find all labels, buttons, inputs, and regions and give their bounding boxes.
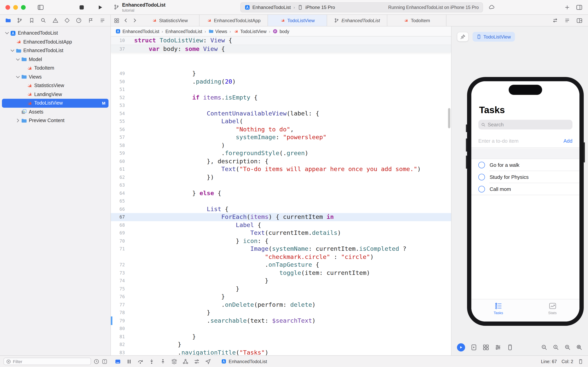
cloud-status-icon[interactable] bbox=[488, 4, 495, 10]
step-out-icon[interactable] bbox=[160, 358, 166, 365]
preview-search-field[interactable]: Search bbox=[478, 120, 572, 129]
todo-row[interactable]: Go for a walk bbox=[471, 159, 580, 171]
recent-files-icon[interactable] bbox=[94, 359, 99, 364]
close-window-button[interactable] bbox=[5, 5, 10, 9]
sidebar-item-model[interactable]: Model bbox=[2, 55, 109, 64]
navigator-tab-tests-icon[interactable] bbox=[64, 17, 70, 23]
navigator-tab-reports-icon[interactable] bbox=[100, 17, 105, 23]
preview-tab-tasks[interactable]: Tasks bbox=[471, 299, 525, 322]
run-destination[interactable]: iPhone 15 Pro bbox=[305, 4, 335, 10]
todo-row[interactable]: Call mom bbox=[471, 183, 580, 195]
memory-graph-icon[interactable] bbox=[182, 358, 189, 365]
add-editor-icon[interactable] bbox=[576, 17, 583, 24]
tab-enhancedtodolist[interactable]: EnhancedTodoList bbox=[327, 15, 387, 26]
breadcrumb-enhancedtodolist[interactable]: EnhancedTodoList bbox=[116, 29, 159, 34]
breadcrumb-body[interactable]: P body bbox=[273, 29, 289, 34]
tab-enhancedtodolistapp[interactable]: EnhancedTodoListApp bbox=[200, 15, 268, 26]
go-back-icon[interactable] bbox=[123, 18, 128, 23]
sidebar-item-todoitem[interactable]: TodoItem bbox=[2, 64, 109, 73]
sidebar-item-preview-content[interactable]: Preview Content bbox=[2, 116, 109, 125]
related-items-icon[interactable] bbox=[483, 344, 489, 350]
device-indicator-icon[interactable] bbox=[578, 359, 583, 364]
editor-scrollbar[interactable] bbox=[448, 108, 450, 128]
navigator-tab-debug-icon[interactable] bbox=[76, 17, 82, 23]
zoom-in-icon[interactable] bbox=[564, 344, 571, 350]
environment-overrides-icon[interactable] bbox=[194, 358, 200, 365]
swift-icon bbox=[152, 18, 157, 23]
sidebar-item-landingview[interactable]: LandingView bbox=[2, 90, 109, 99]
navigator-tab-source-control-icon[interactable] bbox=[17, 17, 23, 23]
editor-layout-icon[interactable] bbox=[576, 4, 583, 10]
view-debugger-icon[interactable] bbox=[171, 358, 177, 365]
disclosure-open-icon[interactable] bbox=[15, 74, 21, 80]
todo-input-placeholder[interactable]: Enter a to-do item bbox=[478, 138, 519, 144]
tab-todoitem[interactable]: TodoItem bbox=[387, 15, 446, 26]
minimize-window-button[interactable] bbox=[13, 5, 18, 9]
disclosure-open-icon[interactable] bbox=[15, 57, 21, 62]
add-todo-button[interactable]: Add bbox=[563, 138, 572, 144]
step-into-icon[interactable] bbox=[149, 358, 155, 365]
stop-button[interactable] bbox=[79, 4, 85, 10]
source-control-status-icon[interactable] bbox=[102, 359, 107, 364]
pin-preview-button[interactable] bbox=[457, 32, 469, 42]
navigator-tab-find-icon[interactable] bbox=[41, 17, 46, 23]
code-line-80: 80 bbox=[111, 325, 451, 333]
simulate-location-icon[interactable] bbox=[205, 358, 211, 365]
live-preview-button[interactable] bbox=[457, 343, 465, 351]
line-number: 51 bbox=[111, 85, 129, 93]
jump-bar[interactable]: EnhancedTodoList› EnhancedTodoList› View… bbox=[111, 26, 451, 37]
step-over-icon[interactable] bbox=[137, 358, 143, 365]
breadcrumb-todolistview[interactable]: TodoListView bbox=[233, 29, 267, 34]
tab-statisticsview[interactable]: StatisticsView bbox=[140, 15, 200, 26]
pause-icon[interactable] bbox=[126, 358, 132, 365]
sidebar-item-enhancedtodolist[interactable]: EnhancedTodoList bbox=[2, 46, 109, 55]
preview-tab-stats[interactable]: Stats bbox=[525, 299, 580, 322]
line-number: 53 bbox=[111, 101, 129, 109]
preview-target-chip[interactable]: TodoListView bbox=[472, 32, 515, 42]
related-items-icon[interactable] bbox=[114, 18, 119, 23]
sidebar-item-enhancedtodolistapp[interactable]: EnhancedTodoListApp bbox=[2, 38, 109, 46]
sidebar-item-assets[interactable]: Assets bbox=[2, 108, 109, 116]
navigator-tab-project-navigator-icon[interactable] bbox=[5, 17, 11, 23]
preview-doc-icon[interactable] bbox=[470, 344, 477, 350]
disclosure-open-icon[interactable] bbox=[10, 48, 15, 53]
todo-row[interactable]: Study for Physics bbox=[471, 171, 580, 183]
run-button[interactable] bbox=[97, 4, 103, 10]
breadcrumb-views[interactable]: Views bbox=[208, 29, 227, 34]
phone-icon[interactable] bbox=[507, 344, 513, 350]
go-forward-icon[interactable] bbox=[132, 18, 137, 23]
zoom-out-icon[interactable] bbox=[541, 344, 547, 350]
source-editor[interactable]: EnhancedTodoList› EnhancedTodoList› View… bbox=[111, 26, 451, 355]
sidebar-item-enhancedtodolist[interactable]: EnhancedTodoList bbox=[2, 29, 109, 38]
zoom-actual-icon[interactable] bbox=[553, 344, 559, 350]
code-review-icon[interactable] bbox=[552, 17, 558, 23]
minimap-menu-icon[interactable] bbox=[564, 17, 570, 23]
code-line-37: 37 var body: some View { bbox=[111, 44, 451, 52]
folder-icon bbox=[21, 57, 27, 62]
debug-area-icon[interactable] bbox=[115, 358, 121, 365]
sliders-icon[interactable] bbox=[495, 344, 501, 350]
running-app-chip[interactable]: EnhancedTodoList bbox=[221, 359, 267, 364]
sidebar-item-statisticsview[interactable]: StatisticsView bbox=[2, 81, 109, 90]
zoom-window-button[interactable] bbox=[21, 5, 26, 9]
filter-input[interactable]: Filter bbox=[3, 358, 91, 365]
todo-circle-icon[interactable] bbox=[478, 174, 485, 180]
code-area[interactable]: 49 }50 .padding(20)5152 if items.isEmpty… bbox=[111, 53, 451, 355]
tab-todolistview[interactable]: TodoListView bbox=[268, 15, 327, 26]
toggle-navigator-icon[interactable] bbox=[37, 4, 44, 10]
sidebar-item-todolistview[interactable]: TodoListViewM bbox=[2, 99, 109, 108]
navigator-tab-issues-icon[interactable] bbox=[52, 17, 58, 23]
scheme-app-name[interactable]: EnhancedTodoList bbox=[252, 4, 291, 10]
add-tab-icon[interactable] bbox=[564, 4, 570, 10]
disclosure-open-icon[interactable] bbox=[4, 31, 10, 36]
zoom-fit-icon[interactable] bbox=[576, 344, 583, 350]
todo-circle-icon[interactable] bbox=[478, 186, 485, 192]
navigator-tab-breakpoints-icon[interactable] bbox=[88, 17, 93, 23]
disclosure-closed-icon[interactable] bbox=[15, 118, 21, 124]
todo-circle-icon[interactable] bbox=[478, 162, 485, 168]
sidebar-item-views[interactable]: Views bbox=[2, 73, 109, 81]
navigator-tab-bookmarks-icon[interactable] bbox=[29, 17, 35, 23]
project-title-block[interactable]: EnhancedTodoList tutorial bbox=[114, 2, 166, 12]
breadcrumb-enhancedtodolist[interactable]: EnhancedTodoList bbox=[166, 29, 202, 34]
scheme-selector[interactable]: EnhancedTodoList › iPhone 15 Pro Running… bbox=[240, 2, 483, 12]
